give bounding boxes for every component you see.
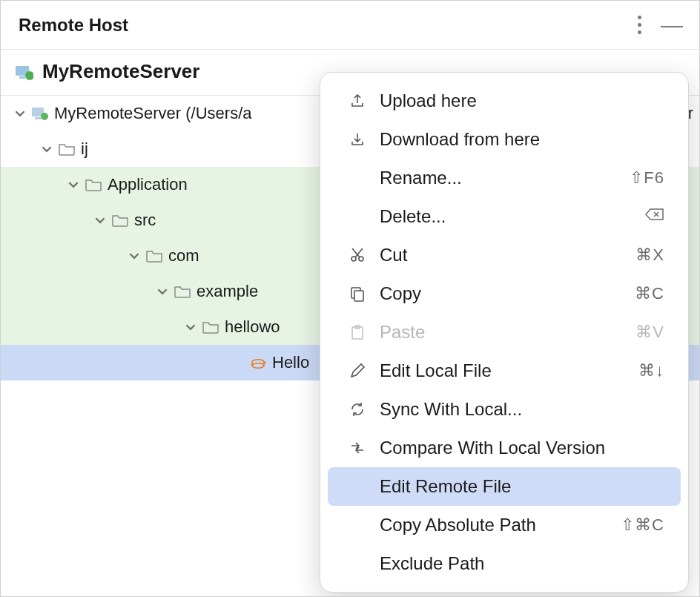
menu-item-cut[interactable]: Cut ⌘X — [328, 236, 681, 274]
chevron-down-icon — [185, 322, 197, 332]
menu-label-upload: Upload here — [380, 90, 664, 111]
folder-icon — [112, 214, 128, 227]
menu-shortcut-rename: ⇧F6 — [630, 168, 664, 188]
menu-label-delete: Delete... — [380, 206, 633, 227]
paste-icon — [347, 324, 368, 340]
menu-shortcut-copy: ⌘C — [635, 284, 664, 303]
tree-label-ij: ij — [81, 139, 88, 159]
tree-label-src: src — [134, 211, 156, 230]
tree-label-file: Hello — [272, 353, 309, 372]
context-menu: Upload here Download from here Rename...… — [320, 72, 689, 593]
panel-title: Remote Host — [19, 15, 128, 36]
menu-label-rename: Rename... — [380, 168, 618, 188]
menu-label-edit-local: Edit Local File — [380, 360, 627, 381]
folder-icon — [146, 249, 162, 263]
svg-rect-1 — [19, 76, 25, 79]
menu-item-rename[interactable]: Rename... ⇧F6 — [328, 159, 681, 197]
tree-label-helloworld: hellowo — [225, 317, 280, 337]
menu-label-paste: Paste — [380, 322, 624, 343]
svg-rect-10 — [354, 291, 363, 301]
server-name: MyRemoteServer — [42, 60, 199, 83]
svg-rect-4 — [35, 117, 41, 119]
menu-label-download: Download from here — [380, 129, 664, 150]
menu-item-sync[interactable]: Sync With Local... — [328, 390, 681, 429]
compare-icon — [347, 440, 368, 456]
menu-shortcut-cut: ⌘X — [635, 245, 664, 265]
folder-icon — [174, 285, 191, 298]
panel-actions: — — [636, 14, 683, 36]
menu-label-copy: Copy — [380, 283, 623, 304]
copy-icon — [347, 286, 368, 302]
cut-icon — [347, 247, 368, 263]
tree-label-application: Application — [108, 175, 188, 194]
panel-header: Remote Host — — [1, 1, 699, 50]
menu-item-paste: Paste ⌘V — [328, 313, 681, 352]
upload-icon — [347, 93, 368, 109]
chevron-down-icon — [14, 108, 26, 119]
java-file-icon — [250, 354, 266, 371]
menu-item-copy-path[interactable]: Copy Absolute Path ⇧⌘C — [328, 506, 681, 544]
more-options-icon[interactable] — [636, 14, 643, 36]
tree-label-com: com — [168, 246, 199, 265]
sync-icon — [347, 401, 368, 418]
folder-icon — [202, 320, 219, 334]
menu-label-exclude: Exclude Path — [380, 553, 664, 574]
menu-item-edit-local[interactable]: Edit Local File ⌘↓ — [328, 352, 681, 390]
server-node-icon — [32, 107, 48, 120]
menu-label-sync: Sync With Local... — [380, 399, 664, 420]
tree-label-example: example — [197, 282, 258, 301]
menu-label-copy-path: Copy Absolute Path — [380, 515, 609, 535]
menu-item-edit-remote[interactable]: Edit Remote File — [328, 467, 681, 506]
menu-label-cut: Cut — [380, 245, 624, 265]
menu-shortcut-paste: ⌘V — [635, 323, 664, 342]
menu-item-upload[interactable]: Upload here — [328, 82, 681, 120]
menu-item-delete[interactable]: Delete... — [328, 197, 681, 236]
menu-label-compare: Compare With Local Version — [380, 438, 664, 458]
chevron-down-icon — [128, 251, 140, 261]
chevron-down-icon — [67, 179, 79, 190]
delete-key-icon — [645, 207, 664, 226]
chevron-down-icon — [94, 215, 106, 225]
folder-icon — [59, 142, 75, 156]
menu-item-copy[interactable]: Copy ⌘C — [328, 274, 681, 313]
menu-shortcut-copy-path: ⇧⌘C — [621, 515, 664, 535]
chevron-down-icon — [41, 144, 53, 154]
download-icon — [347, 131, 368, 148]
menu-item-download[interactable]: Download from here — [328, 120, 681, 159]
menu-shortcut-edit-local: ⌘↓ — [638, 361, 664, 380]
svg-point-5 — [41, 113, 48, 120]
edit-icon — [347, 363, 368, 379]
menu-label-edit-remote: Edit Remote File — [380, 476, 664, 497]
folder-icon — [85, 178, 102, 191]
tree-label-root: MyRemoteServer (/Users/a — [54, 104, 252, 123]
menu-item-compare[interactable]: Compare With Local Version — [328, 429, 681, 467]
server-icon — [16, 64, 33, 80]
menu-item-exclude[interactable]: Exclude Path — [328, 544, 681, 583]
svg-point-6 — [252, 363, 264, 368]
chevron-down-icon — [156, 286, 168, 297]
